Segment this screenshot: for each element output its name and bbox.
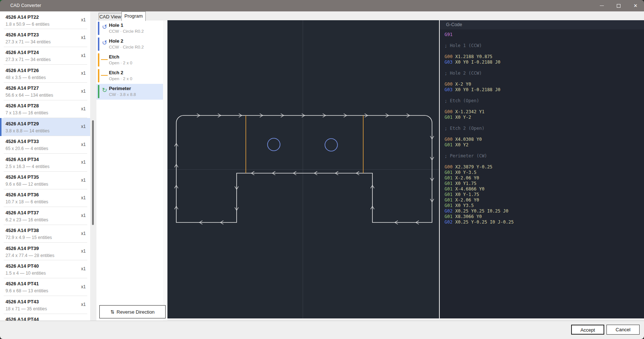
part-name: 4526 A14 PT39	[6, 246, 85, 251]
part-list-item[interactable]: 4526 A14 PT3872.9 x 4.9 — 15 entitiesx1	[0, 225, 90, 243]
close-icon: ✕	[634, 3, 638, 8]
part-list-item[interactable]: 4526 A14 PT3610.7 x 18 — 6 entitiesx1	[0, 189, 90, 207]
sidebar-scrollbar-track[interactable]	[90, 11, 96, 321]
sidebar-scrollbar-thumb[interactable]	[92, 120, 94, 225]
gcode-line	[445, 148, 644, 153]
close-button[interactable]: ✕	[627, 0, 644, 11]
part-list-item[interactable]: 4526 A14 PT287 x 13.6 — 16 entitiesx1	[0, 100, 90, 118]
operation-subtitle: CW · 3.8 x 8.8	[109, 92, 161, 97]
cad-canvas[interactable]	[167, 20, 439, 318]
operations-panel: ↺Hole 1CCW · Circle R0.2↺Hole 2CCW · Cir…	[96, 21, 163, 321]
operation-item[interactable]: ↺Hole 2CCW · Circle R0.2	[96, 36, 163, 52]
tab-cad-view[interactable]: CAD View	[99, 13, 122, 21]
gcode-token: J0	[495, 87, 500, 92]
operation-title: Etch 2	[109, 70, 161, 76]
ccw-rotate-icon: ↺	[101, 40, 108, 46]
part-size-entities: 48 x 3.5 — 6 entities	[6, 75, 85, 80]
operation-item[interactable]: Etch 2Open · 2 x 0	[96, 68, 163, 84]
part-list-item[interactable]: 4526 A14 PT401.5 x 4 — 10 entitiesx1	[0, 260, 90, 278]
part-name: 4526 A14 PT27	[6, 85, 85, 91]
gcode-line: ; Hole 1 (CCW)	[445, 43, 644, 49]
part-name: 4526 A14 PT22	[6, 14, 85, 20]
part-list-item[interactable]: 4526 A14 PT2648 x 3.5 — 6 entitiesx1	[0, 65, 90, 82]
part-list-item[interactable]: 4526 A14 PT3927.4 x 77.4 — 28 entitiesx1	[0, 243, 90, 260]
part-list-item[interactable]: 4526 A14 PT221.8 x 50.9 — 6 entitiesx1	[0, 11, 90, 29]
part-name: 4526 A14 PT23	[6, 32, 85, 38]
gcode-line: ; Hole 2 (CCW)	[445, 71, 644, 76]
gcode-token: G91	[445, 32, 453, 37]
part-size-entities: 6.2 x 23 — 16 entities	[6, 217, 85, 222]
part-quantity: x1	[81, 53, 86, 58]
gcode-line: G01 X-2.06 Y0	[445, 175, 644, 181]
part-list-item[interactable]: 4526 A14 PT419.6 x 68 — 13 entitiesx1	[0, 278, 90, 296]
gcode-token: Y0	[477, 214, 482, 219]
gcode-line	[445, 38, 644, 43]
gcode-token: Y0	[477, 137, 482, 142]
part-quantity: x1	[81, 71, 86, 76]
part-quantity: x1	[81, 17, 86, 22]
gcode-panel: G-Code G91; Hole 1 (CCW)G00 X1.2188 Y0.8…	[439, 20, 644, 318]
gcode-token: X-2	[455, 82, 463, 87]
gcode-token: Y0	[463, 60, 468, 65]
gcode-token: J-0.25	[498, 220, 514, 225]
part-list-item[interactable]: 4526 A14 PT359.6 x 68 — 12 entitiesx1	[0, 172, 90, 189]
part-quantity: x1	[81, 106, 86, 111]
part-list-item[interactable]: 4526 A14 PT293.8 x 8.8 — 14 entitiesx1	[0, 118, 90, 136]
gcode-token: Y0.25	[471, 208, 484, 214]
part-list-item[interactable]: 4526 A14 PT4318 x 71 — 35 entitiesx1	[0, 296, 90, 314]
gcode-token: Y-0.25	[477, 164, 492, 170]
part-list-item[interactable]: 4526 A14 PT44x1	[0, 314, 90, 321]
swap-vertical-icon: ⇅	[110, 309, 114, 315]
gcode-token: Y-3.5	[463, 170, 477, 175]
accept-button[interactable]: Accept	[571, 325, 604, 335]
part-name: 4526 A14 PT36	[6, 192, 85, 198]
gcode-token: X0.25	[455, 208, 468, 214]
gcode-line: G03 X0 Y0 I-0.2188 J0	[445, 87, 644, 93]
reverse-direction-button[interactable]: ⇅ Reverse Direction	[99, 305, 166, 318]
gcode-token: X0	[455, 170, 460, 175]
cancel-button[interactable]: Cancel	[606, 325, 640, 335]
maximize-button[interactable]	[610, 0, 627, 11]
gcode-line	[445, 93, 644, 98]
part-size-entities: 1.8 x 50.9 — 6 entities	[6, 22, 85, 27]
gcode-token: Y-2	[463, 115, 471, 120]
operation-accent-bar	[98, 38, 99, 51]
gcode-token: G01	[445, 197, 453, 203]
hole-circle-1	[268, 138, 280, 151]
gcode-token: X8.3066	[455, 214, 474, 219]
part-quantity: x1	[81, 35, 86, 40]
operation-accent-bar	[98, 53, 99, 67]
part-outline	[176, 115, 432, 222]
gcode-line: G02 X0.25 Y0.25 I0.25 J0	[445, 208, 644, 214]
gcode-line: G01 X0 Y2	[445, 142, 644, 148]
gcode-comment: ; Hole 2 (CCW)	[445, 71, 482, 76]
gcode-line	[445, 120, 644, 126]
part-quantity: x1	[81, 195, 86, 200]
part-size-entities: 56.6 x 64 — 134 entities	[6, 93, 85, 98]
part-quantity: x1	[81, 213, 86, 218]
ccw-rotate-icon: ↺	[101, 24, 108, 31]
gcode-token: G02	[445, 220, 453, 225]
gcode-token: X0	[455, 115, 460, 120]
gcode-line: G01 X0 Y3.5	[445, 203, 644, 208]
gcode-token: Y-1.75	[463, 192, 479, 197]
minimize-button[interactable]	[593, 0, 610, 11]
operation-item[interactable]: ↺Hole 1CCW · Circle R0.2	[96, 21, 163, 36]
gcode-line: G00 X-1.2342 Y1	[445, 109, 644, 115]
gcode-token: X-2.06	[455, 197, 471, 203]
part-list-item[interactable]: 4526 A14 PT2756.6 x 64 — 134 entitiesx1	[0, 83, 90, 100]
operation-subtitle: Open · 2 x 0	[109, 61, 161, 65]
gcode-line: G01 X-2.06 Y0	[445, 197, 644, 203]
part-list-item[interactable]: 4526 A14 PT3365 x 20.6 — 4 entitiesx1	[0, 136, 90, 154]
part-list-item[interactable]: 4526 A14 PT342.5 x 16.3 — 4 entitiesx1	[0, 154, 90, 171]
part-list-item[interactable]: 4526 A14 PT376.2 x 23 — 16 entitiesx1	[0, 207, 90, 225]
part-list-item[interactable]: 4526 A14 PT2327.3 x 71 — 34 entitiesx1	[0, 29, 90, 47]
gcode-token: X0	[455, 87, 460, 92]
part-quantity: x1	[81, 178, 86, 183]
operation-item[interactable]: ↻PerimeterCW · 3.8 x 8.8	[96, 84, 163, 100]
tab-program[interactable]: Program	[121, 11, 146, 21]
part-list-item[interactable]: 4526 A14 PT2427.3 x 71 — 34 entitiesx1	[0, 47, 90, 65]
operation-item[interactable]: EtchOpen · 2 x 0	[96, 52, 163, 68]
part-name: 4526 A14 PT44	[6, 317, 85, 321]
part-quantity: x1	[81, 142, 86, 147]
